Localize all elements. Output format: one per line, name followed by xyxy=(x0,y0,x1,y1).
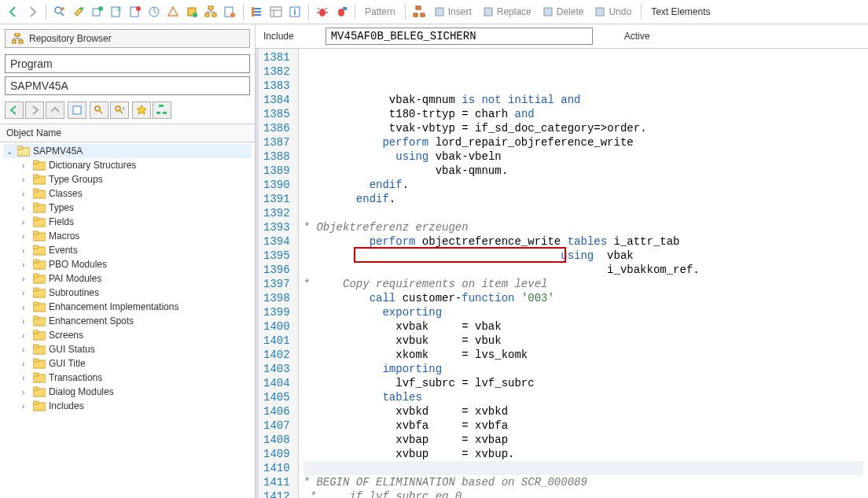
nav-find-icon[interactable] xyxy=(90,101,108,119)
code-line[interactable]: using vbak-vbeln xyxy=(303,149,863,164)
nav-display-icon[interactable] xyxy=(68,101,86,119)
back-icon[interactable] xyxy=(5,3,22,20)
object-type-input[interactable]: Program xyxy=(5,54,250,73)
code-line[interactable]: t180-trtyp = charh and xyxy=(303,107,863,121)
code-line[interactable]: xvbfa = xvbfa xyxy=(303,419,863,433)
help-icon[interactable] xyxy=(221,3,238,20)
code-line[interactable] xyxy=(303,461,863,475)
code-line[interactable]: exporting xyxy=(303,305,863,319)
chevron-right-icon: › xyxy=(22,402,30,411)
tree-item[interactable]: ›PBO Modules xyxy=(3,257,252,271)
pretty-print-icon[interactable] xyxy=(410,3,428,20)
pattern-button[interactable]: Pattern xyxy=(360,5,400,19)
tree-item[interactable]: ›Macros xyxy=(3,229,252,243)
code-line[interactable]: xvbup = xvbup. xyxy=(303,447,863,461)
tree-item[interactable]: ›Screens xyxy=(3,328,252,342)
code-line[interactable]: tables xyxy=(303,390,863,404)
nav-forward-icon[interactable] xyxy=(25,101,44,119)
object-name-input[interactable]: SAPMV45A xyxy=(5,76,250,95)
code-line[interactable]: perform lord_repair_objreference_write xyxy=(303,135,863,149)
nav-up-icon[interactable] xyxy=(46,101,64,119)
check-icon[interactable] xyxy=(108,3,125,20)
tree-item[interactable]: ›Dictionary Structures xyxy=(3,158,252,172)
tree-item-label: Events xyxy=(49,245,78,256)
line-number: 1406 xyxy=(263,404,290,419)
delete-button[interactable]: Delete xyxy=(538,5,589,19)
layout-icon[interactable] xyxy=(267,3,285,20)
code-line[interactable]: xvbak = vbak xyxy=(303,319,863,334)
tree-item[interactable]: ›Subroutines xyxy=(3,286,252,300)
hierarchy-icon[interactable] xyxy=(202,3,219,20)
text-elements-button[interactable]: Text Elements xyxy=(646,5,715,19)
activate-icon[interactable] xyxy=(127,3,144,20)
line-number: 1397 xyxy=(263,277,290,291)
code-line[interactable] xyxy=(303,206,863,220)
other-object-icon[interactable] xyxy=(89,3,106,20)
tree-item[interactable]: ›Includes xyxy=(3,399,252,413)
code-line[interactable]: * Objektreferenz erzeugen xyxy=(303,220,863,234)
undo-button[interactable]: Undo xyxy=(590,5,636,19)
change-icon[interactable] xyxy=(70,3,87,20)
svg-rect-56 xyxy=(33,260,39,263)
code-line[interactable]: endif. xyxy=(303,192,863,206)
tree-item[interactable]: ›Transactions xyxy=(3,371,252,385)
code-line[interactable]: vbak-qmnum. xyxy=(303,164,863,178)
breakpoint-icon[interactable] xyxy=(248,3,266,20)
line-number: 1394 xyxy=(263,234,290,249)
code-area[interactable]: vbak-qmnum is not initial and t180-trtyp… xyxy=(299,49,868,498)
tree-root[interactable]: ⌄ SAPMV45A xyxy=(3,144,252,158)
code-line[interactable]: importing xyxy=(303,362,863,376)
debug2-icon[interactable] xyxy=(333,3,350,20)
debug-icon[interactable] xyxy=(314,3,331,20)
code-line[interactable]: tvak-vbtyp = if_sd_doc_category=>order. xyxy=(303,121,863,135)
code-line[interactable]: call customer-function '003' xyxy=(303,291,863,305)
code-line[interactable]: vbak-qmnum is not initial and xyxy=(303,93,863,107)
line-number: 1399 xyxy=(263,305,290,319)
tree-item[interactable]: ›Enhancement Implementations xyxy=(3,300,252,314)
code-line[interactable]: xvbap = xvbap xyxy=(303,433,863,447)
tree-item[interactable]: ›Fields xyxy=(3,215,252,229)
test-icon[interactable] xyxy=(183,3,200,20)
tree-item-label: Type Groups xyxy=(49,174,103,185)
code-line[interactable]: * BEGIN OF ELIMINNATION based on SCR_000… xyxy=(303,475,863,489)
line-number: 1400 xyxy=(263,319,290,334)
svg-rect-25 xyxy=(421,13,425,17)
tree-item[interactable]: ›Dialog Modules xyxy=(3,385,252,399)
nav-favorite-icon[interactable] xyxy=(132,101,151,119)
display-icon[interactable] xyxy=(51,3,68,20)
code-line[interactable]: lvf_subrc = lvf_subrc xyxy=(303,376,863,390)
svg-rect-16 xyxy=(252,7,254,17)
code-line[interactable]: xvbkd = xvbkd xyxy=(303,404,863,419)
nav-back-icon[interactable] xyxy=(5,101,24,119)
code-line[interactable]: * if lvf_subrc eq 0. xyxy=(303,489,863,498)
tree-item[interactable]: ›Types xyxy=(3,201,252,215)
line-number: 1386 xyxy=(263,121,290,135)
include-value-input[interactable] xyxy=(326,28,593,45)
svg-point-0 xyxy=(55,7,61,13)
code-editor[interactable]: 1381138213831384138513861387138813891390… xyxy=(256,49,868,498)
code-line[interactable]: endif. xyxy=(303,178,863,192)
svg-point-34 xyxy=(95,106,100,111)
object-tree[interactable]: ⌄ SAPMV45A ›Dictionary Structures›Type G… xyxy=(0,142,255,498)
svg-rect-40 xyxy=(17,146,23,149)
tree-item[interactable]: ›GUI Status xyxy=(3,342,252,356)
replace-button[interactable]: Replace xyxy=(478,5,536,19)
code-line[interactable]: xvbuk = vbuk xyxy=(303,334,863,348)
tree-item[interactable]: ›Enhancement Spots xyxy=(3,314,252,328)
code-line[interactable]: xkomk = lvs_komk xyxy=(303,348,863,362)
tree-item[interactable]: ›GUI Title xyxy=(3,356,252,371)
nav-find-next-icon[interactable] xyxy=(110,101,129,119)
svg-rect-22 xyxy=(343,7,347,10)
execute-icon[interactable] xyxy=(145,3,163,20)
code-line[interactable]: i_vbakkom_ref. xyxy=(303,263,863,277)
code-line[interactable]: * Copy requirements on item level xyxy=(303,277,863,291)
tree-item[interactable]: ›Classes xyxy=(3,186,252,201)
forward-icon[interactable] xyxy=(24,3,41,20)
insert-button[interactable]: Insert xyxy=(429,5,476,19)
tree-item[interactable]: ›Events xyxy=(3,243,252,257)
where-used-icon[interactable] xyxy=(164,3,182,20)
tree-item[interactable]: ›PAI Modules xyxy=(3,271,252,286)
tree-item[interactable]: ›Type Groups xyxy=(3,172,252,186)
info-icon[interactable]: i xyxy=(286,3,303,20)
nav-tree-icon[interactable] xyxy=(153,101,171,119)
